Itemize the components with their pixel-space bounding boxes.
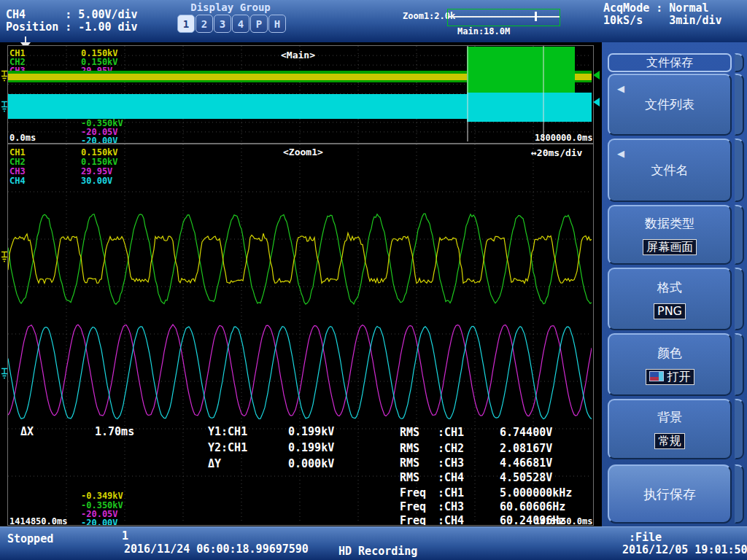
file-name-label: 文件名	[651, 162, 689, 179]
zoom-position-bar[interactable]	[447, 9, 560, 26]
meas-ch: :CH3	[438, 457, 464, 470]
meas-func: Freq	[400, 501, 426, 513]
background-label: 背景	[657, 409, 682, 426]
color-display-icon	[649, 371, 664, 381]
data-type-value: 屏幕画面	[643, 239, 697, 255]
format-button[interactable]: 格式 PNG	[608, 268, 732, 330]
recording-status: HD Recording	[338, 545, 417, 558]
meas-value: 60.60606Hz	[500, 501, 565, 513]
color-button[interactable]: 颜色 打开	[608, 333, 732, 396]
execute-save-label: 执行保存	[643, 486, 696, 503]
ch2-burst-block	[467, 47, 575, 94]
meas-value: 4.50528V	[500, 472, 552, 484]
display-group-button-p[interactable]: P	[250, 15, 268, 33]
cursor-y2-label: Y2:CH1	[208, 442, 247, 454]
meas-ch: :CH4	[438, 515, 464, 526]
meas-func: RMS	[400, 472, 419, 484]
meas-value: 4.46681V	[500, 457, 552, 470]
zoom-ch4-bottom-value: -20.00V	[81, 518, 118, 526]
display-group-button-1[interactable]: 1	[177, 15, 195, 33]
print-target: :File	[629, 532, 662, 544]
main-time-start: 0.0ms	[9, 133, 36, 144]
record-number: 1	[122, 530, 128, 542]
zoom-window-title: <Zoom1>	[283, 147, 323, 158]
display-group-label: Display Group	[175, 1, 286, 13]
ch4-level-marker-icon	[593, 98, 600, 106]
cursor-y2-value: 0.199kV	[288, 442, 334, 454]
meas-func: Freq	[400, 487, 426, 499]
zoom-ch4-ground-icon	[1, 368, 8, 380]
ch2-level-marker-icon	[593, 71, 600, 79]
background-button[interactable]: 背景 常规	[608, 399, 732, 459]
waveform-ch1	[8, 233, 592, 284]
cursor-dy-value: 0.000kV	[288, 458, 334, 470]
button-edge	[735, 399, 744, 459]
meas-value: 6.74400V	[500, 427, 552, 439]
display-group-button-2[interactable]: 2	[196, 15, 213, 33]
display-group: Display Group 1 2 3 4 P H	[175, 1, 286, 33]
header-bar: CH4 : 5.00V/div Position : -1.00 div Dis…	[0, 0, 747, 43]
acq-info: AcqMode : Normal 10kS/s 3min/div	[603, 2, 722, 28]
display-group-button-4[interactable]: 4	[232, 15, 249, 33]
oscilloscope-screen: CH4 : 5.00V/div Position : -1.00 div Dis…	[0, 0, 747, 560]
data-type-button[interactable]: 数据类型 屏幕画面	[608, 205, 732, 265]
display-group-buttons: 1 2 3 4 P H	[177, 15, 286, 33]
cursor-dy-label: ΔY	[208, 458, 221, 470]
display-group-button-h[interactable]: H	[268, 15, 286, 33]
waveform-ch4	[8, 327, 592, 419]
main-record-label: Main:18.0M	[457, 27, 510, 37]
waveform-screen: CH1 0.150kV CH2 0.150kV CH3 29.95V CH4 3…	[0, 42, 602, 526]
main-ch4-ground-icon	[1, 101, 8, 113]
record-timestamp: 2016/11/24 06:00:18.99697590	[124, 543, 309, 556]
zoom-timebase: ↔20ms/div	[531, 148, 582, 159]
color-value: 打开	[667, 370, 691, 384]
execute-save-button[interactable]: 执行保存	[608, 464, 732, 524]
button-edge	[735, 205, 744, 265]
meas-func: RMS	[400, 427, 419, 439]
data-type-label: 数据类型	[645, 215, 694, 232]
meas-value: 5.000000kHz	[500, 487, 572, 499]
color-value-chip: 打开	[646, 369, 694, 385]
zoom-ch4-value: 30.00V	[81, 176, 112, 187]
zoom-bar-record-line	[448, 16, 560, 18]
menu-title-edge	[735, 53, 744, 72]
status-bar: Stopped 1 2016/11/24 06:00:18.99697590 H…	[0, 526, 747, 560]
main-ch1-ground-icon	[1, 70, 8, 82]
zoom1-window: CH1 0.150kV CH2 0.150kV CH3 29.95V CH4 3…	[7, 144, 594, 526]
meas-ch: :CH2	[438, 443, 464, 455]
button-edge	[735, 464, 744, 524]
menu-title: 文件保存	[608, 53, 732, 72]
zoom-ch4-label: CH4	[9, 176, 26, 187]
meas-ch: :CH4	[438, 472, 464, 484]
meas-func: RMS	[400, 443, 419, 455]
meas-ch: :CH1	[438, 487, 464, 499]
background-value: 常规	[654, 433, 685, 449]
main-time-end: 1800000.0ms	[535, 133, 592, 144]
system-time: 2016/12/05 19:01:50	[622, 544, 747, 556]
meas-func: RMS	[400, 457, 419, 470]
file-list-label: 文件列表	[645, 96, 694, 113]
color-label: 颜色	[657, 345, 682, 362]
cursor-y1-label: Y1:CH1	[208, 426, 247, 438]
cursor-dx-value: 1.70ms	[95, 426, 134, 438]
meas-value: 60.24096Hz	[500, 515, 565, 526]
zoom-bar-cursor[interactable]	[535, 12, 537, 21]
format-value: PNG	[654, 303, 686, 319]
acquisition-state: Stopped	[7, 533, 53, 545]
button-edge	[735, 333, 744, 396]
display-group-button-3[interactable]: 3	[214, 15, 231, 33]
file-list-button[interactable]: ◀ 文件列表	[608, 74, 732, 136]
meas-ch: :CH3	[438, 501, 464, 513]
zoom-ch1-ground-icon	[1, 251, 8, 263]
cursor-y1-value: 0.199kV	[288, 426, 334, 438]
main-window: CH1 0.150kV CH2 0.150kV CH3 29.95V CH4 3…	[7, 45, 594, 144]
button-edge	[735, 74, 744, 136]
waveform-ch2	[8, 214, 592, 304]
button-edge	[735, 139, 744, 202]
ch4-overview-band-thick	[467, 93, 592, 122]
file-name-button[interactable]: ◀ 文件名	[608, 139, 732, 202]
soft-menu-sidebar: 文件保存 ◀ 文件列表 ◀ 文件名 数据类型 屏幕画面	[602, 42, 747, 526]
main-ch4-bottom-value: -20.00V	[81, 136, 118, 144]
meas-func: Freq	[400, 515, 426, 526]
trigger-position-tail	[25, 36, 26, 42]
